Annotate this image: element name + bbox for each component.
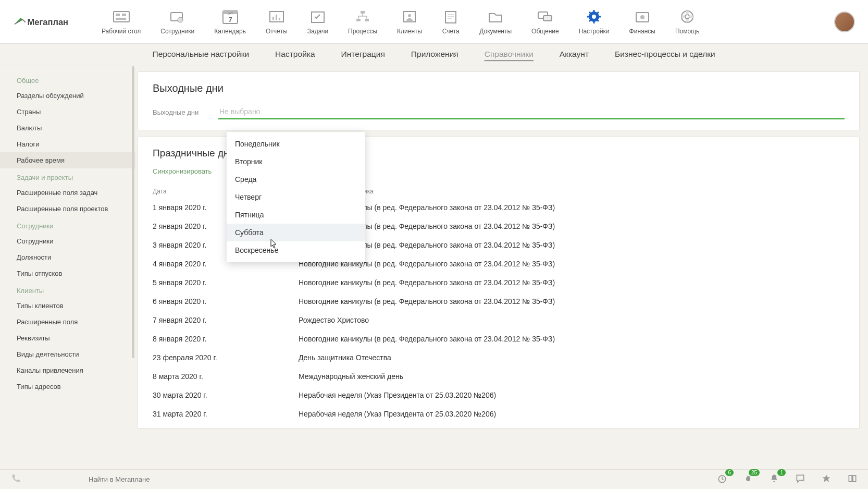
table-row[interactable]: 1 апреля 2020 г.Нерабочая неделя (Указ П… xyxy=(153,423,845,429)
chat-icon[interactable] xyxy=(795,473,805,485)
side-item[interactable]: Расширенные поля xyxy=(0,314,135,330)
bell-icon[interactable]: 1 xyxy=(769,473,779,485)
weekends-input[interactable] xyxy=(218,105,845,119)
nav-icon xyxy=(634,9,651,25)
nav-icon xyxy=(401,9,418,25)
side-item[interactable]: Расширенные поля проектов xyxy=(0,201,135,217)
row-name: Нерабочая неделя (Указ Президента от 25.… xyxy=(299,410,845,418)
nav-icon xyxy=(585,9,603,25)
row-name: Новогодние каникулы (в ред. Федерального… xyxy=(299,260,845,268)
side-item[interactable]: Сотрудники xyxy=(0,233,135,249)
nav-Общение[interactable]: Общение xyxy=(531,9,559,35)
subnav-Бизнес-процессы и сделки[interactable]: Бизнес-процессы и сделки xyxy=(615,50,715,61)
side-item[interactable]: Рабочее время xyxy=(0,152,135,168)
svg-rect-2 xyxy=(116,14,120,16)
row-date: 5 января 2020 г. xyxy=(153,278,299,287)
nav-Помощь[interactable]: Помощь xyxy=(675,9,699,35)
nav-icon xyxy=(678,9,696,25)
table-row[interactable]: 8 марта 2020 г.Международный женский ден… xyxy=(153,367,845,386)
sidebar: ОбщееРазделы обсужденийСтраныВалютыНалог… xyxy=(0,66,135,470)
row-date: 31 марта 2020 г. xyxy=(153,410,299,418)
logo[interactable]: Мегаплан xyxy=(13,13,70,31)
side-item[interactable]: Типы клиентов xyxy=(0,298,135,314)
nav-icon xyxy=(442,9,460,25)
sidebar-scrollbar[interactable] xyxy=(132,66,134,358)
bell-badge: 1 xyxy=(777,469,786,476)
subnav-Справочники[interactable]: Справочники xyxy=(485,50,534,61)
side-item[interactable]: Виды деятельности xyxy=(0,346,135,362)
footer-bar: 6 25 1 xyxy=(0,469,868,489)
subnav-Аккаунт[interactable]: Аккаунт xyxy=(560,50,589,61)
svg-text:Мегаплан: Мегаплан xyxy=(28,17,69,27)
nav-icon xyxy=(354,9,371,25)
nav-Рабочий стол[interactable]: Рабочий стол xyxy=(102,9,141,35)
side-item[interactable]: Типы адресов xyxy=(0,378,135,395)
side-item[interactable]: Каналы привлечения xyxy=(0,362,135,378)
nav-icon xyxy=(113,9,130,25)
nav-Сотрудники[interactable]: Сотрудники xyxy=(160,9,194,35)
side-item[interactable]: Типы отпусков xyxy=(0,265,135,282)
nav-Задачи[interactable]: Задачи xyxy=(307,9,328,35)
fire-badge: 25 xyxy=(749,469,760,476)
nav-icon xyxy=(309,9,327,25)
svg-line-36 xyxy=(597,12,599,14)
row-name: Рождество Христово xyxy=(299,316,845,324)
svg-point-38 xyxy=(640,15,644,19)
subnav-Приложения[interactable]: Приложения xyxy=(411,50,458,61)
fire-icon[interactable]: 25 xyxy=(743,473,753,485)
global-search-input[interactable] xyxy=(89,475,245,483)
row-date: 7 января 2020 г. xyxy=(153,316,299,324)
side-item[interactable]: Реквизиты xyxy=(0,330,135,346)
dropdown-option[interactable]: Вторник xyxy=(227,153,365,170)
nav-icon xyxy=(268,9,286,25)
table-row[interactable]: 5 января 2020 г.Новогодние каникулы (в р… xyxy=(153,273,845,292)
book-icon[interactable] xyxy=(847,473,858,485)
row-date: 8 января 2020 г. xyxy=(153,335,299,343)
nav-Документы[interactable]: Документы xyxy=(479,9,512,35)
side-item[interactable]: Должности xyxy=(0,249,135,265)
svg-rect-21 xyxy=(445,11,456,23)
svg-point-20 xyxy=(408,14,411,17)
nav-Финансы[interactable]: Финансы xyxy=(629,9,655,35)
nav-Процессы[interactable]: Процессы xyxy=(348,9,377,35)
sync-link[interactable]: Синхронизировать xyxy=(153,167,212,175)
phone-icon[interactable] xyxy=(10,473,21,485)
nav-label: Общение xyxy=(531,28,559,35)
dropdown-option[interactable]: Среда xyxy=(227,170,365,188)
side-item[interactable]: Разделы обсуждений xyxy=(0,88,135,104)
row-name: Новогодние каникулы (в ред. Федерального… xyxy=(299,203,845,212)
dropdown-option[interactable]: Пятница xyxy=(227,206,365,224)
user-avatar[interactable] xyxy=(834,11,855,32)
table-row[interactable]: 23 февраля 2020 г.День защитника Отечест… xyxy=(153,348,845,367)
weekday-dropdown: ПонедельникВторникСредаЧетвергПятницаСуб… xyxy=(227,132,365,262)
timer-icon[interactable]: 6 xyxy=(717,473,727,485)
side-item[interactable]: Страны xyxy=(0,104,135,120)
nav-Отчёты[interactable]: Отчёты xyxy=(266,9,288,35)
table-row[interactable]: 30 марта 2020 г.Нерабочая неделя (Указ П… xyxy=(153,386,845,405)
row-date: 30 марта 2020 г. xyxy=(153,391,299,399)
subnav-Настройка[interactable]: Настройка xyxy=(275,50,315,61)
row-date: 6 января 2020 г. xyxy=(153,297,299,305)
subnav-Интеграция[interactable]: Интеграция xyxy=(341,50,385,61)
nav-Календарь[interactable]: ОКТ7Календарь xyxy=(214,9,246,35)
side-item[interactable]: Валюты xyxy=(0,120,135,136)
nav-Клиенты[interactable]: Клиенты xyxy=(397,9,422,35)
table-row[interactable]: 31 марта 2020 г.Нерабочая неделя (Указ П… xyxy=(153,405,845,423)
main-nav: Рабочий столСотрудникиОКТ7КалендарьОтчёт… xyxy=(102,9,834,35)
nav-Настройки[interactable]: Настройки xyxy=(579,9,610,35)
dropdown-option[interactable]: Воскресенье xyxy=(227,241,365,259)
side-item[interactable]: Расширенные поля задач xyxy=(0,185,135,201)
subnav-Персональные настройки[interactable]: Персональные настройки xyxy=(153,50,250,61)
dropdown-option[interactable]: Четверг xyxy=(227,188,365,206)
nav-label: Помощь xyxy=(675,28,699,35)
table-row[interactable]: 8 января 2020 г.Новогодние каникулы (в р… xyxy=(153,329,845,348)
star-icon[interactable] xyxy=(821,473,832,485)
table-row[interactable]: 7 января 2020 г.Рождество Христово xyxy=(153,311,845,329)
dropdown-option[interactable]: Суббота xyxy=(227,224,365,241)
table-row[interactable]: 6 января 2020 г.Новогодние каникулы (в р… xyxy=(153,292,845,311)
nav-Счета[interactable]: Счета xyxy=(442,9,460,35)
dropdown-option[interactable]: Понедельник xyxy=(227,135,365,153)
side-item[interactable]: Налоги xyxy=(0,136,135,152)
nav-label: Рабочий стол xyxy=(102,28,141,35)
nav-label: Настройки xyxy=(579,28,610,35)
